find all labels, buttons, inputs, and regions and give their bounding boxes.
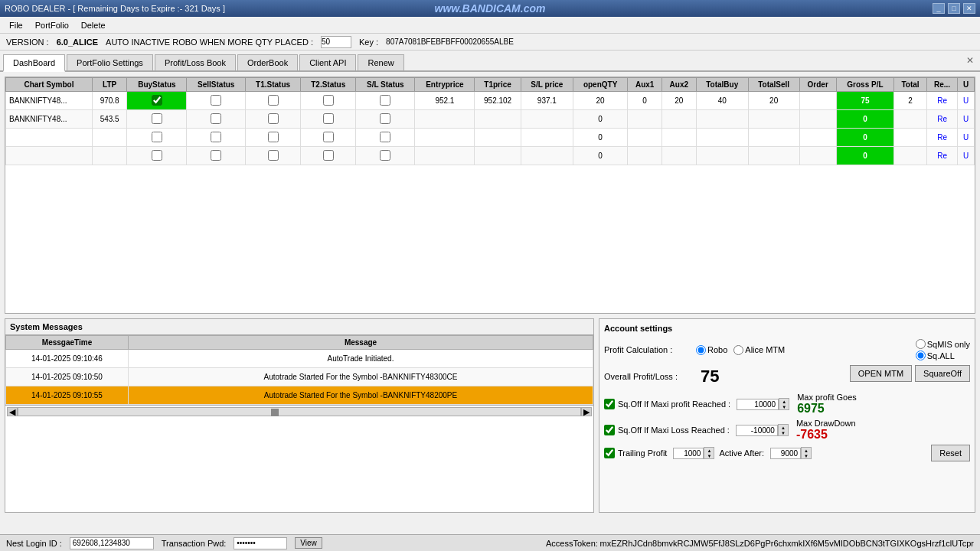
sl-checkbox[interactable] [380,132,390,142]
sqmis-label[interactable]: SqMIS only [916,339,970,349]
cell-symbol: BANKNIFTY48... [6,92,93,110]
sell-checkbox[interactable] [211,113,221,124]
cell-t1status[interactable] [246,110,301,129]
t1-checkbox[interactable] [268,150,279,161]
restore-button[interactable]: □ [948,3,960,14]
cell-re[interactable]: Re [926,92,957,110]
close-button[interactable]: ✕ [963,3,975,14]
cell-buystatus[interactable] [127,110,187,129]
reset-button[interactable]: Reset [931,445,970,461]
cell-re[interactable]: Re [926,129,957,147]
square-off-button[interactable]: SquareOff [915,365,970,382]
scroll-left-button[interactable]: ◀ [7,407,18,416]
radio-sqmis[interactable] [916,339,926,349]
trailing-profit-checkbox[interactable] [604,448,615,458]
sq-off-loss-input[interactable] [736,425,778,436]
cell-aux1 [628,110,662,129]
t1-checkbox[interactable] [268,132,279,142]
cell-slstatus[interactable] [356,92,415,110]
access-token-label: AccessToken: [546,539,598,548]
trailing-profit-input[interactable] [673,448,704,459]
cell-t1status[interactable] [246,92,301,110]
account-settings-panel: Account settings Profit Calculation : Ro… [599,318,975,513]
cell-sellstatus[interactable] [187,147,246,165]
active-after-input[interactable] [770,448,801,459]
cell-re[interactable]: Re [926,110,957,129]
radio-sqall[interactable] [916,350,926,360]
sl-checkbox[interactable] [380,95,390,106]
tab-profit-loss[interactable]: Profit/Loss Book [155,54,236,70]
t2-checkbox[interactable] [323,113,334,124]
sq-off-profit-spinner: ▲ ▼ [779,398,789,410]
open-mtm-button[interactable]: OPEN MTM [850,365,912,382]
radio-alice[interactable] [733,345,743,355]
cell-t1status[interactable] [246,147,301,165]
cell-t2status[interactable] [301,110,356,129]
radio-robo-label[interactable]: Robo [696,345,727,355]
tab-close-button[interactable]: ✕ [966,55,974,66]
t1-checkbox[interactable] [268,95,279,106]
menu-delete[interactable]: Delete [75,19,112,31]
t2-checkbox[interactable] [323,95,334,106]
cell-sellstatus[interactable] [187,129,246,147]
sl-checkbox[interactable] [380,150,390,161]
spin-down[interactable]: ▼ [779,404,789,409]
spin-down-trail[interactable]: ▼ [704,453,714,458]
cell-symbol [6,147,93,165]
cell-t2status[interactable] [301,129,356,147]
sq-off-loss-checkbox[interactable] [604,425,615,435]
key-label: Key : [359,37,378,47]
cell-slstatus[interactable] [356,129,415,147]
menu-file[interactable]: File [3,19,29,31]
col-t1status: T1.Status [246,78,301,92]
col-re: Re... [926,78,957,92]
scroll-track[interactable] [18,407,581,416]
cell-t1status[interactable] [246,129,301,147]
view-button[interactable]: View [295,537,322,549]
scroll-right-button[interactable]: ▶ [581,407,592,416]
tab-renew[interactable]: Renew [358,54,403,70]
spin-down-loss[interactable]: ▼ [779,430,788,435]
sell-checkbox[interactable] [211,150,221,161]
cell-t2status[interactable] [301,147,356,165]
minimize-button[interactable]: _ [933,3,945,14]
cell-slstatus[interactable] [356,110,415,129]
cell-u[interactable]: U [958,92,975,110]
sqall-label[interactable]: Sq.ALL [916,350,970,360]
menu-portfolio[interactable]: PortFolio [29,19,75,31]
cell-sellstatus[interactable] [187,92,246,110]
cell-buystatus[interactable] [127,129,187,147]
radio-alice-label[interactable]: Alice MTM [733,345,785,355]
cell-slstatus[interactable] [356,147,415,165]
cell-u[interactable]: U [958,129,975,147]
t2-checkbox[interactable] [323,132,334,142]
spin-down-active[interactable]: ▼ [802,453,811,458]
t1-checkbox[interactable] [268,113,279,124]
sell-checkbox[interactable] [211,132,221,142]
cell-re[interactable]: Re [926,147,957,165]
sq-off-profit-checkbox[interactable] [604,399,615,409]
buy-checkbox[interactable] [152,113,162,124]
buy-checkbox[interactable] [152,95,162,106]
sl-checkbox[interactable] [380,113,390,124]
tab-portfolio-settings[interactable]: PortFolio Settings [67,54,153,70]
sell-checkbox[interactable] [211,95,221,106]
tab-orderbook[interactable]: OrderBook [237,54,298,70]
nest-login-input[interactable] [70,537,154,549]
cell-buystatus[interactable] [127,92,187,110]
tab-dashboard[interactable]: DashBoard [3,54,65,72]
buy-checkbox[interactable] [152,132,162,142]
cell-buystatus[interactable] [127,147,187,165]
transaction-pwd-input[interactable] [234,537,287,549]
cell-ltp [92,129,126,147]
radio-robo[interactable] [696,345,706,355]
inactive-value-input[interactable] [321,36,351,48]
buy-checkbox[interactable] [152,150,162,161]
cell-t2status[interactable] [301,92,356,110]
t2-checkbox[interactable] [323,150,334,161]
cell-u[interactable]: U [958,147,975,165]
sq-off-profit-input[interactable] [737,399,779,410]
tab-client-api[interactable]: Client API [299,54,356,70]
cell-u[interactable]: U [958,110,975,129]
cell-sellstatus[interactable] [187,110,246,129]
